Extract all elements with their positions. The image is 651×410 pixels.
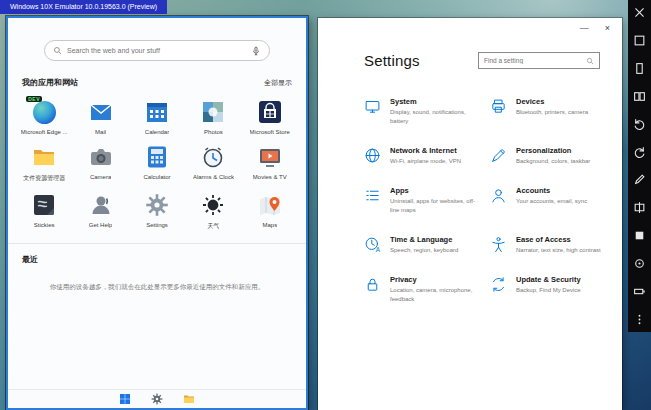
app-tile[interactable]: DEV Microsoft Edge ...: [16, 90, 72, 135]
app-label: 文件资源管理器: [23, 174, 65, 183]
close-icon[interactable]: [633, 6, 646, 19]
stickies-icon: [31, 192, 57, 218]
personalization-icon: [490, 147, 507, 164]
app-tile[interactable]: Calendar: [129, 90, 185, 135]
close-button[interactable]: ×: [605, 24, 610, 33]
settings-category[interactable]: Privacy Location, camera, microphone, fe…: [364, 275, 484, 304]
app-label: Movies & TV: [253, 174, 287, 180]
settings-category[interactable]: Update & Security Backup, Find My Device: [490, 275, 610, 304]
app-label: Alarms & Clock: [193, 174, 234, 180]
category-description: Bluetooth, printers, camera: [516, 108, 588, 117]
apps-section-title: 我的应用和网站: [22, 77, 78, 88]
settings-category[interactable]: System Display, sound, notifications, ba…: [364, 97, 484, 126]
search-icon: [53, 46, 62, 55]
category-description: Background, colors, taskbar: [516, 157, 590, 166]
category-description: Display, sound, notifications, battery: [390, 108, 482, 126]
category-description: Wi-Fi, airplane mode, VPN: [390, 157, 461, 166]
taskbar-windows-icon[interactable]: [119, 393, 131, 405]
single-screen-icon[interactable]: [633, 62, 646, 75]
minimize-button[interactable]: —: [580, 24, 589, 33]
app-label: Get Help: [89, 222, 113, 228]
app-label: Stickies: [34, 222, 55, 228]
emulator-toolbar: [628, 0, 651, 332]
app-tile[interactable]: Photos: [185, 90, 241, 135]
taskbar-files-icon[interactable]: [183, 393, 195, 405]
show-all-link[interactable]: 全部显示: [264, 78, 292, 88]
recent-empty-text: 你使用的设备越多，我们就会在此处显示更多你最近使用的文件和新应用。: [8, 269, 306, 292]
settings-category[interactable]: Ease of Access Narrator, text size, high…: [490, 235, 610, 255]
section-divider: [8, 243, 306, 244]
start-screen-panel: 我的应用和网站 全部显示 DEV Microsoft Edge ... Mail…: [6, 16, 308, 410]
find-setting-box[interactable]: [478, 52, 600, 69]
fold-icon[interactable]: [633, 201, 646, 214]
battery-icon[interactable]: [633, 285, 646, 298]
microphone-icon[interactable]: [251, 46, 261, 56]
settings-category[interactable]: Accounts Your accounts, email, sync: [490, 186, 610, 215]
app-tile[interactable]: Camera: [72, 135, 128, 183]
pen-icon[interactable]: [633, 173, 646, 186]
svg-text:A: A: [376, 246, 381, 253]
app-tile[interactable]: Settings: [129, 183, 185, 231]
app-tile[interactable]: 天气: [185, 183, 241, 231]
app-tile[interactable]: Movies & TV: [242, 135, 298, 183]
category-title: System: [390, 97, 482, 106]
taskbar-gear-icon[interactable]: [151, 393, 163, 405]
app-tile[interactable]: Microsoft Store: [242, 90, 298, 135]
start-search-bar[interactable]: [44, 40, 270, 61]
settings-gear-icon: [144, 192, 170, 218]
category-description: Backup, Find My Device: [516, 286, 581, 295]
more-icon[interactable]: [633, 313, 646, 326]
start-search-input[interactable]: [67, 47, 246, 54]
category-title: Network & Internet: [390, 146, 461, 155]
time-icon: A: [364, 236, 381, 253]
settings-category[interactable]: Devices Bluetooth, printers, camera: [490, 97, 610, 126]
touch-icon[interactable]: [633, 257, 646, 270]
app-tile[interactable]: 文件资源管理器: [16, 135, 72, 183]
app-tile[interactable]: Calculator: [129, 135, 185, 183]
app-label: 天气: [207, 222, 219, 231]
rotate-left-icon[interactable]: [633, 118, 646, 131]
settings-category[interactable]: A Time & Language Speech, region, keyboa…: [364, 235, 484, 255]
app-label: Settings: [146, 222, 168, 228]
taskbar: [8, 389, 306, 408]
category-title: Update & Security: [516, 275, 581, 284]
category-description: Uninstall, apps for websites, off-line m…: [390, 197, 482, 215]
settings-category[interactable]: Network & Internet Wi-Fi, airplane mode,…: [364, 146, 484, 166]
rotate-right-icon[interactable]: [633, 146, 646, 159]
category-title: Privacy: [390, 275, 482, 284]
camera-icon: [88, 144, 114, 170]
category-description: Location, camera, microphone, feedback: [390, 286, 482, 304]
app-tile[interactable]: Get Help: [72, 183, 128, 231]
update-icon: [490, 276, 507, 293]
settings-title: Settings: [364, 52, 420, 69]
find-setting-input[interactable]: [484, 57, 586, 64]
category-description: Speech, region, keyboard: [390, 246, 458, 255]
desktop: Windows 10X Emulator 10.0.19563.0 (Previ…: [0, 0, 651, 410]
ease-icon: [490, 236, 507, 253]
alarms-icon: [200, 144, 226, 170]
category-title: Ease of Access: [516, 235, 601, 244]
search-icon: [586, 57, 594, 65]
photos-icon: [200, 99, 226, 125]
emulator-title-tab[interactable]: Windows 10X Emulator 10.0.19563.0 (Previ…: [0, 0, 167, 14]
dev-badge: DEV: [26, 96, 42, 102]
edge-logo: [33, 101, 56, 124]
fit-screen-icon[interactable]: [633, 34, 646, 47]
app-tile[interactable]: Stickies: [16, 183, 72, 231]
app-tile[interactable]: Alarms & Clock: [185, 135, 241, 183]
dual-screen-icon[interactable]: [633, 90, 646, 103]
screenshot-icon[interactable]: [633, 229, 646, 242]
app-tile[interactable]: Mail: [72, 90, 128, 135]
movies-icon: [257, 144, 283, 170]
get-help-icon: [88, 192, 114, 218]
category-description: Your accounts, email, sync: [516, 197, 587, 206]
settings-category[interactable]: Apps Uninstall, apps for websites, off-l…: [364, 186, 484, 215]
edge-dev-icon: DEV: [31, 99, 57, 125]
recent-section-title: 最近: [22, 254, 292, 265]
category-title: Devices: [516, 97, 588, 106]
apps-grid: DEV Microsoft Edge ... Mail Calendar Pho…: [8, 90, 306, 231]
settings-category[interactable]: Personalization Background, colors, task…: [490, 146, 610, 166]
privacy-icon: [364, 276, 381, 293]
window-controls: — ×: [580, 24, 610, 33]
app-tile[interactable]: Maps: [242, 183, 298, 231]
